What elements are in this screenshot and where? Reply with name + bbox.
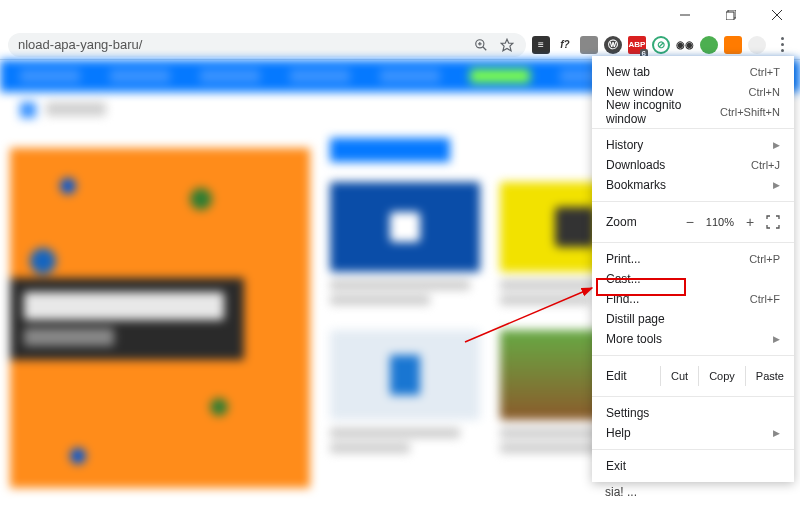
close-button[interactable]	[754, 0, 800, 30]
zoom-in-button[interactable]: +	[742, 214, 758, 230]
extension-orange-icon[interactable]	[724, 36, 742, 54]
extension-mask-icon[interactable]: ◉◉	[676, 36, 694, 54]
menu-paste[interactable]: Paste	[745, 366, 794, 386]
menu-cut[interactable]: Cut	[660, 366, 698, 386]
menu-help[interactable]: Help▶	[592, 423, 794, 443]
hero-banner	[10, 148, 310, 488]
menu-zoom-row: Zoom − 110% +	[592, 208, 794, 236]
menu-exit[interactable]: Exit	[592, 456, 794, 476]
minimize-button[interactable]	[662, 0, 708, 30]
menu-settings[interactable]: Settings	[592, 403, 794, 423]
menu-bookmarks[interactable]: Bookmarks▶	[592, 175, 794, 195]
menu-copy[interactable]: Copy	[698, 366, 745, 386]
chrome-menu-button[interactable]	[772, 37, 792, 52]
zoom-out-button[interactable]: −	[682, 214, 698, 230]
menu-edit-row: Edit Cut Copy Paste	[592, 362, 794, 390]
extension-green-icon[interactable]	[700, 36, 718, 54]
extension-generic-icon[interactable]	[580, 36, 598, 54]
menu-print[interactable]: Print...Ctrl+P	[592, 249, 794, 269]
svg-rect-2	[726, 12, 734, 20]
address-bar[interactable]: nload-apa-yang-baru/	[8, 33, 526, 57]
menu-cast[interactable]: Cast...	[592, 269, 794, 289]
submenu-arrow-icon: ▶	[773, 428, 780, 438]
address-text: nload-apa-yang-baru/	[18, 37, 142, 52]
menu-more-tools[interactable]: More tools▶	[592, 329, 794, 349]
zoom-percent: 110%	[706, 216, 734, 228]
maximize-button[interactable]	[708, 0, 754, 30]
zoom-icon[interactable]	[472, 36, 490, 54]
menu-incognito[interactable]: New incognito windowCtrl+Shift+N	[592, 102, 794, 122]
menu-find[interactable]: Find...Ctrl+F	[592, 289, 794, 309]
svg-marker-9	[501, 39, 513, 51]
profile-avatar-icon[interactable]	[748, 36, 766, 54]
bookmark-star-icon[interactable]	[498, 36, 516, 54]
window-titlebar	[0, 0, 800, 30]
fullscreen-icon[interactable]	[766, 215, 780, 229]
submenu-arrow-icon: ▶	[773, 180, 780, 190]
extension-blocker-icon[interactable]: ⊘	[652, 36, 670, 54]
submenu-arrow-icon: ▶	[773, 334, 780, 344]
extension-wordpress-icon[interactable]: ⓦ	[604, 36, 622, 54]
menu-distill-page[interactable]: Distill page	[592, 309, 794, 329]
menu-history[interactable]: History▶	[592, 135, 794, 155]
extension-f-icon[interactable]: f?	[556, 36, 574, 54]
svg-line-6	[483, 46, 487, 50]
submenu-arrow-icon: ▶	[773, 140, 780, 150]
menu-new-tab[interactable]: New tabCtrl+T	[592, 62, 794, 82]
extension-readability-icon[interactable]: ≡	[532, 36, 550, 54]
menu-downloads[interactable]: DownloadsCtrl+J	[592, 155, 794, 175]
chrome-main-menu: New tabCtrl+T New windowCtrl+N New incog…	[592, 56, 794, 482]
extension-adblock-icon[interactable]: ABP6	[628, 36, 646, 54]
